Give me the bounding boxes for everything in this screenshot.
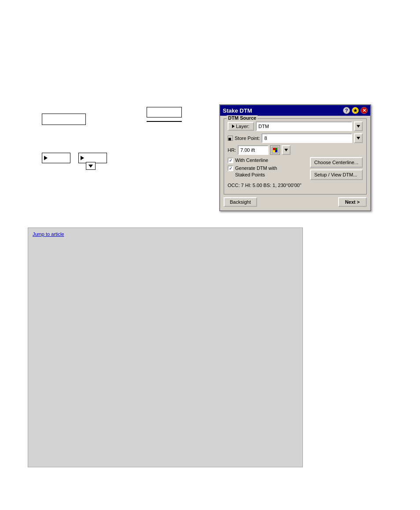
bottom-section: Jump to article [28, 227, 303, 467]
help-icon[interactable]: ? [343, 107, 350, 114]
next-button[interactable]: Next > [338, 197, 367, 207]
svg-rect-2 [275, 150, 277, 152]
store-point-checkbox-icon: ■ [228, 136, 233, 141]
store-point-dropdown-arrow-icon [357, 137, 360, 139]
generate-dtm-label: Generate DTM withStaked Points [235, 165, 277, 178]
layer-select-box[interactable]: DTM [256, 121, 352, 131]
close-icon[interactable]: ✕ [361, 107, 368, 114]
hr-icon[interactable] [270, 145, 280, 155]
layer-arrow-icon [232, 125, 235, 128]
backsight-button[interactable]: Backsight [224, 197, 257, 207]
svg-rect-3 [273, 150, 275, 152]
layer-dropdown-btn[interactable] [354, 121, 363, 131]
stake-dtm-dialog: Stake DTM ? ★ ✕ DTM Source Layer: [219, 104, 371, 211]
sketch-box-3[interactable] [42, 153, 70, 163]
layer-button[interactable]: Layer: [228, 122, 254, 131]
dialog-body: DTM Source Layer: DTM ■ [220, 116, 370, 210]
dtm-source-group: DTM Source Layer: DTM ■ [224, 118, 367, 194]
hr-dropdown-btn[interactable] [282, 145, 291, 155]
layer-row: Layer: DTM [228, 121, 363, 131]
dialog-title-text: Stake DTM [223, 107, 252, 114]
jump-to-article-link[interactable]: Jump to article [33, 231, 64, 237]
side-buttons-col: Choose Centerline... Setup / View DTM... [310, 157, 363, 180]
dialog-titlebar: Stake DTM ? ★ ✕ [220, 105, 370, 116]
sketch-dropdown[interactable] [86, 162, 96, 170]
top-area: Stake DTM ? ★ ✕ DTM Source Layer: [0, 0, 420, 224]
group-box-legend: DTM Source [227, 115, 258, 121]
dialog-footer: Backsight Next > [224, 197, 367, 207]
dialog-title-left: Stake DTM [223, 107, 252, 114]
hr-value: 7.00 ift [240, 147, 255, 153]
with-centerline-label: With Centerline [235, 157, 268, 163]
occ-info: OCC: 7 HI: 5.00 BS: 1, 230°00'00" [228, 183, 363, 188]
hr-row: HR: 7.00 ift [228, 145, 363, 155]
generate-dtm-checkbox[interactable]: ✓ [228, 165, 233, 171]
hr-input[interactable]: 7.00 ift [238, 145, 269, 155]
hr-label: HR: [228, 147, 236, 153]
layer-value: DTM [258, 124, 269, 129]
hr-dropdown-arrow-icon [284, 149, 288, 151]
svg-rect-4 [275, 148, 277, 150]
sketch-line-1 [147, 121, 182, 122]
choose-centerline-button[interactable]: Choose Centerline... [310, 157, 363, 168]
with-centerline-checkbox[interactable]: ✓ [228, 158, 233, 163]
generate-dtm-row: ✓ Generate DTM withStaked Points [228, 165, 306, 178]
with-centerline-row: ✓ With Centerline [228, 157, 306, 163]
checkboxes-and-btns: ✓ With Centerline ✓ Generate DTM withSta… [228, 157, 363, 180]
sketch-box-2 [147, 107, 182, 117]
store-point-dropdown-btn[interactable] [354, 133, 363, 143]
sketch-arrow-2 [81, 156, 84, 160]
sketch-box-1 [42, 114, 86, 125]
layer-dropdown-arrow-icon [357, 125, 360, 128]
store-point-row: ■ Store Point: 8 [228, 133, 363, 143]
sketch-down-arrow [88, 165, 93, 168]
layer-label: Layer: [236, 124, 250, 129]
sketch-arrow-1 [44, 156, 48, 160]
svg-rect-1 [273, 148, 275, 150]
checkboxes-col: ✓ With Centerline ✓ Generate DTM withSta… [228, 157, 306, 180]
store-point-value: 8 [264, 136, 267, 141]
store-point-input[interactable]: 8 [262, 133, 352, 143]
setup-view-dtm-button[interactable]: Setup / View DTM... [310, 169, 363, 180]
store-point-label: Store Point: [235, 136, 260, 141]
favorite-icon[interactable]: ★ [352, 107, 359, 114]
dialog-title-icons: ? ★ ✕ [343, 107, 368, 114]
